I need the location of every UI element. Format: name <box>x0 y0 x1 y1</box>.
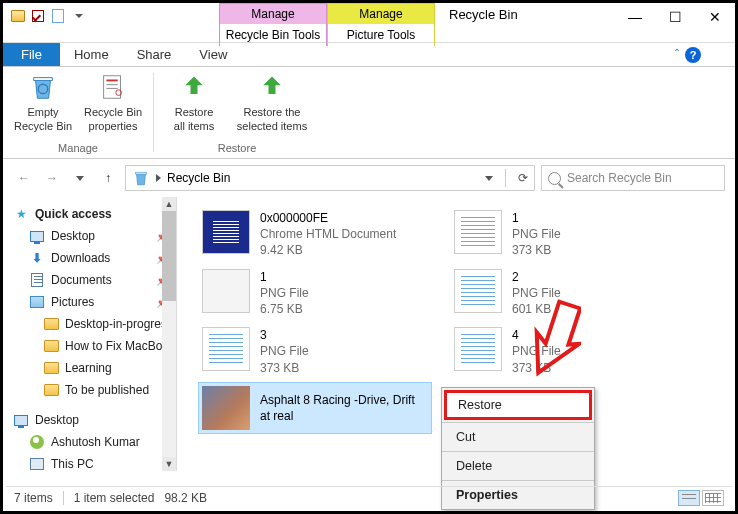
qat-more-button[interactable] <box>69 7 87 25</box>
sidebar-item[interactable]: How to Fix MacBoo <box>9 335 176 357</box>
folder-icon <box>43 382 59 398</box>
empty-recycle-bin-button[interactable]: Empty Recycle Bin <box>11 71 75 142</box>
close-button[interactable]: ✕ <box>695 3 735 31</box>
up-button[interactable]: ↑ <box>97 167 119 189</box>
context-tab-recycle-bin-tools[interactable]: Manage Recycle Bin Tools <box>219 3 327 46</box>
sidebar-desktop-root[interactable]: Desktop <box>9 409 176 431</box>
restore-all-items-button[interactable]: Restore all items <box>162 71 226 142</box>
context-tab-picture-tools[interactable]: Manage Picture Tools <box>327 3 435 46</box>
address-bar[interactable]: Recycle Bin ⟳ <box>125 165 535 191</box>
sidebar-scrollbar[interactable]: ▲ ▼ <box>162 197 176 471</box>
sidebar-item[interactable]: Desktop📌 <box>9 225 176 247</box>
pc-icon <box>29 456 45 471</box>
sidebar-item[interactable]: To be published <box>9 379 176 401</box>
caret-down-icon <box>75 14 83 18</box>
sidebar-item[interactable]: Desktop-in-progres <box>9 313 176 335</box>
file-type: PNG File <box>260 343 309 359</box>
file-type: PNG File <box>512 226 561 242</box>
file-item[interactable]: 1PNG File6.75 KB <box>199 266 431 321</box>
file-name: 0x000000FE <box>260 210 396 226</box>
scroll-up-button[interactable]: ▲ <box>162 197 176 211</box>
sidebar-item[interactable]: Ashutosh Kumar <box>9 431 176 453</box>
file-name: 1 <box>260 269 309 285</box>
sidebar-item[interactable]: This PC <box>9 453 176 471</box>
svg-rect-3 <box>106 84 117 85</box>
context-tab-group-label: Manage <box>220 4 326 24</box>
file-item[interactable]: 0x000000FEChrome HTML Document9.42 KB <box>199 207 431 262</box>
forward-button: → <box>41 167 63 189</box>
file-item[interactable]: 1PNG File373 KB <box>451 207 683 262</box>
ribbon-collapse-button[interactable]: ˆ <box>675 48 679 62</box>
file-size: 9.42 KB <box>260 242 396 258</box>
file-item[interactable]: Asphalt 8 Racing -Drive, Drift at real <box>199 383 431 433</box>
restore-arrow-icon <box>258 73 286 101</box>
sidebar-item-label: Learning <box>65 361 112 375</box>
file-size: 373 KB <box>512 360 561 376</box>
sidebar-label: Quick access <box>35 207 112 221</box>
chevron-down-icon <box>76 176 84 181</box>
chevron-down-icon[interactable] <box>485 176 493 181</box>
file-meta: Asphalt 8 Racing -Drive, Drift at real <box>260 386 428 430</box>
file-item[interactable]: 3PNG File373 KB <box>199 324 431 379</box>
status-size: 98.2 KB <box>164 491 207 505</box>
qat-properties-button[interactable] <box>29 7 47 25</box>
context-menu-cut[interactable]: Cut <box>442 423 594 451</box>
search-box[interactable]: Search Recycle Bin <box>541 165 725 191</box>
sidebar-item-label: Downloads <box>51 251 110 265</box>
recycle-bin-icon <box>132 169 150 187</box>
qat-folder-button[interactable] <box>9 7 27 25</box>
view-tab[interactable]: View <box>185 43 241 66</box>
sidebar-item-label: Desktop-in-progres <box>65 317 167 331</box>
file-size: 373 KB <box>260 360 309 376</box>
sidebar-item[interactable]: Learning <box>9 357 176 379</box>
scroll-thumb[interactable] <box>162 211 176 301</box>
restore-selected-items-button[interactable]: Restore the selected items <box>232 71 312 142</box>
context-menu-delete[interactable]: Delete <box>442 452 594 480</box>
thumbnails-view-button[interactable] <box>702 490 724 506</box>
file-name: Asphalt 8 Racing -Drive, Drift at real <box>260 392 428 424</box>
folder-icon <box>11 10 25 22</box>
file-item[interactable]: 4PNG File373 KB <box>451 324 683 379</box>
context-tab-tool-label: Picture Tools <box>328 24 434 46</box>
minimize-button[interactable]: — <box>615 3 655 31</box>
context-menu-restore[interactable]: Restore <box>444 390 592 420</box>
recycle-bin-properties-button[interactable]: Recycle Bin properties <box>81 71 145 142</box>
maximize-button[interactable]: ☐ <box>655 3 695 31</box>
file-list[interactable]: 0x000000FEChrome HTML Document9.42 KB1PN… <box>177 197 735 471</box>
folder-icon <box>43 316 59 332</box>
file-thumbnail <box>454 327 502 371</box>
check-icon <box>32 10 44 22</box>
file-meta: 1PNG File373 KB <box>512 210 561 259</box>
sidebar-item[interactable]: ⬇Downloads📌 <box>9 247 176 269</box>
folder-icon <box>43 360 59 376</box>
file-thumbnail <box>202 269 250 313</box>
file-tab[interactable]: File <box>3 43 60 66</box>
home-tab[interactable]: Home <box>60 43 123 66</box>
file-meta: 0x000000FEChrome HTML Document9.42 KB <box>260 210 396 259</box>
ribbon-group-manage: Empty Recycle Bin Recycle Bin properties… <box>3 67 153 158</box>
back-button[interactable]: ← <box>13 167 35 189</box>
scroll-down-button[interactable]: ▼ <box>162 457 176 471</box>
file-type: PNG File <box>512 343 561 359</box>
help-button[interactable]: ? <box>685 47 701 63</box>
sidebar-item-label: Desktop <box>51 229 95 243</box>
ribbon-label: Restore all items <box>174 106 214 134</box>
recent-locations-button[interactable] <box>69 167 91 189</box>
share-tab[interactable]: Share <box>123 43 186 66</box>
file-meta: 2PNG File601 KB <box>512 269 561 318</box>
properties-icon <box>98 72 128 102</box>
details-view-button[interactable] <box>678 490 700 506</box>
file-size: 373 KB <box>512 242 561 258</box>
ribbon-group-restore: Restore all items Restore the selected i… <box>154 67 320 158</box>
sidebar-item[interactable]: Pictures📌 <box>9 291 176 313</box>
file-thumbnail <box>454 210 502 254</box>
refresh-button[interactable]: ⟳ <box>518 171 528 185</box>
sidebar-item[interactable]: Documents📌 <box>9 269 176 291</box>
sidebar-quick-access[interactable]: ★ Quick access <box>9 203 176 225</box>
desktop-icon <box>29 228 45 244</box>
file-thumbnail <box>202 386 250 430</box>
folder-icon <box>43 338 59 354</box>
file-item[interactable]: 2PNG File601 KB <box>451 266 683 321</box>
search-placeholder: Search Recycle Bin <box>567 171 672 185</box>
qat-newpage-button[interactable] <box>49 7 67 25</box>
